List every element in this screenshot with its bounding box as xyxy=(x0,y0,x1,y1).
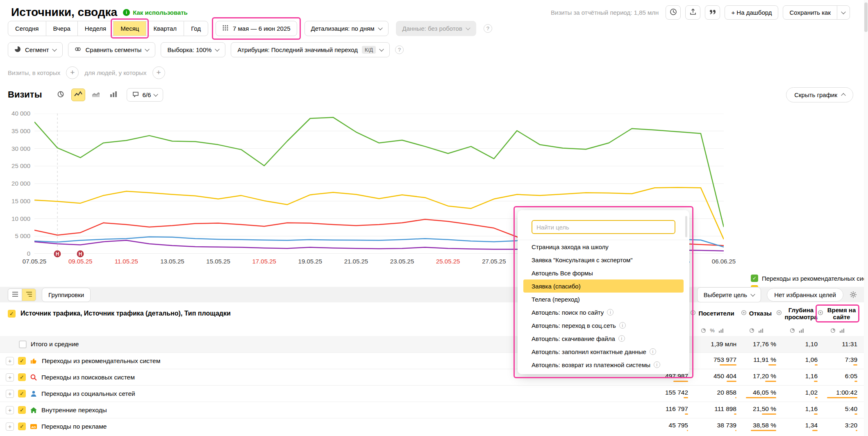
expand-button[interactable]: + xyxy=(6,357,14,365)
row-label[interactable]: Переходы по рекламе xyxy=(41,423,107,430)
metric-pie-icon[interactable] xyxy=(830,328,836,333)
metrics-selector-button[interactable]: 6/6 xyxy=(127,88,163,102)
data-filter-help-icon[interactable]: ? xyxy=(484,24,492,33)
period-tab-Неделя[interactable]: Неделя xyxy=(77,21,114,36)
scrollbar-thumb[interactable] xyxy=(864,2,868,32)
select-all-checkbox[interactable]: ✓ xyxy=(8,310,16,318)
goal-search-input[interactable] xyxy=(532,220,675,234)
sampling-dropdown[interactable]: Выборка: 100% xyxy=(161,42,225,57)
value-bar xyxy=(751,430,776,431)
line-chart-view-button[interactable] xyxy=(71,89,85,101)
table-row: +✓Переходы из социальных сетей155 74220 … xyxy=(0,385,868,402)
metric-cell: 5:40 xyxy=(818,405,857,415)
totals-row: Итого и средние1,85 млн1,39 млн17,76 %1,… xyxy=(0,336,868,352)
goal-item[interactable]: Заявка (спасибо) xyxy=(523,279,684,293)
add-to-dashboard-button[interactable]: + На дашборд xyxy=(725,5,778,20)
row-label[interactable]: Переходы из рекомендательных систем xyxy=(42,357,160,365)
groupings-button[interactable]: Группировки xyxy=(42,288,91,302)
metric-cell: 753 977 xyxy=(688,356,736,366)
goal-item[interactable]: Автоцель: скачивание файлаi xyxy=(518,332,689,345)
goal-item[interactable]: Автоцель: поиск по сайтуi xyxy=(518,306,689,319)
attribution-dropdown[interactable]: Атрибуция: Последний значимый переход К/… xyxy=(231,42,390,57)
segment-pie-icon xyxy=(14,46,21,54)
tree-view-button[interactable] xyxy=(22,288,36,301)
metric-bars-icon[interactable] xyxy=(839,328,845,333)
period-tab-Сегодня[interactable]: Сегодня xyxy=(8,21,46,36)
row-checkbox[interactable]: ✓ xyxy=(18,390,26,397)
compare-label: Сравнить сегменты xyxy=(85,46,141,53)
list-view-button[interactable] xyxy=(8,288,22,301)
date-range-picker[interactable]: 7 мая — 6 июн 2025 xyxy=(216,21,297,36)
metric-cell: 450 404 xyxy=(688,372,736,382)
area-chart-view-button[interactable] xyxy=(89,89,103,101)
period-tab-Месяц[interactable]: Месяц xyxy=(113,21,146,36)
row-checkbox[interactable]: ✓ xyxy=(18,422,26,430)
goal-item[interactable]: Заявка "Консультация с экспертом" xyxy=(518,253,689,266)
legend-checkbox[interactable]: ✓ xyxy=(751,275,758,282)
row-label[interactable]: Переходы из социальных сетей xyxy=(41,390,135,397)
expand-button[interactable]: + xyxy=(6,390,14,398)
columns-view-button[interactable] xyxy=(107,89,120,101)
value-bar xyxy=(673,381,688,382)
compare-segments-button[interactable]: Сравнить сегменты xyxy=(68,42,155,57)
history-button[interactable] xyxy=(666,5,681,20)
metric-cell: 1,02 xyxy=(776,389,818,399)
comments-button[interactable] xyxy=(705,5,720,20)
save-as-button[interactable]: Сохранить как xyxy=(783,5,850,20)
expand-button[interactable]: + xyxy=(6,406,14,414)
save-as-menu-toggle[interactable] xyxy=(837,6,850,19)
metric-percent-icon[interactable]: % xyxy=(710,327,715,334)
column-header-bounce[interactable]: Отказы xyxy=(736,310,776,317)
row-checkbox[interactable] xyxy=(19,341,27,348)
column-header-depth[interactable]: Глубина просмотра xyxy=(776,307,818,321)
period-tab-Год[interactable]: Год xyxy=(184,21,208,36)
legend-item[interactable]: ✓Переходы из рекомендательных систем xyxy=(751,273,868,284)
add-visit-filter-button[interactable]: + xyxy=(66,66,79,79)
totals-label: Итого и средние xyxy=(31,341,79,348)
value-bar xyxy=(854,381,857,382)
goal-item[interactable]: Телега (переход) xyxy=(518,293,689,306)
metric-pie-icon[interactable] xyxy=(790,328,795,333)
goal-item[interactable]: Автоцель: заполнил контактные данныеi xyxy=(518,345,689,358)
metric-pie-icon[interactable] xyxy=(749,328,754,333)
row-label-cell: +✓ADПереходы по рекламе xyxy=(0,422,627,431)
settings-gear-icon[interactable] xyxy=(849,291,857,299)
goal-item[interactable]: Автоцель: переход в соц.сетьi xyxy=(518,319,689,332)
add-people-filter-button[interactable]: + xyxy=(152,66,165,79)
row-label[interactable]: Переходы из поисковых систем xyxy=(41,374,135,381)
row-checkbox[interactable]: ✓ xyxy=(18,357,26,365)
row-label[interactable]: Внутренние переходы xyxy=(41,406,107,414)
no-favorite-goals-button[interactable]: Нет избранных целей xyxy=(767,288,843,302)
expand-button[interactable]: + xyxy=(6,422,14,431)
goal-item[interactable]: Автоцель Все формы xyxy=(518,266,689,279)
column-header-time[interactable]: Время на сайте xyxy=(818,307,857,321)
value-bar xyxy=(685,413,688,415)
export-button[interactable] xyxy=(685,5,700,20)
popup-scrollbar-thumb[interactable] xyxy=(685,216,687,237)
how-to-use-link[interactable]: i Как использовать xyxy=(123,9,188,16)
pie-chart-view-button[interactable] xyxy=(54,89,68,101)
choose-goal-dropdown[interactable]: Выберите цель xyxy=(697,287,761,302)
goal-item[interactable]: Страница захода на школу xyxy=(518,240,689,253)
row-checkbox[interactable]: ✓ xyxy=(18,373,26,381)
segment-button[interactable]: Сегмент xyxy=(8,42,63,57)
data-filter-dropdown[interactable]: Данные: без роботов xyxy=(396,21,476,36)
goal-item[interactable]: Автоцель: возврат из платежной системыi xyxy=(518,358,689,371)
metric-pie-icon[interactable] xyxy=(701,328,706,333)
expand-button[interactable]: + xyxy=(6,373,14,382)
column-header-visitors[interactable]: Посетители xyxy=(688,310,736,317)
goal-item-label: Автоцель: скачивание файла xyxy=(532,335,615,342)
metric-bars-icon[interactable] xyxy=(718,328,724,333)
metric-bars-icon[interactable] xyxy=(799,328,804,333)
how-to-use-label: Как использовать xyxy=(133,9,188,16)
metric-bars-icon[interactable] xyxy=(758,328,763,333)
page-scrollbar[interactable] xyxy=(864,0,868,436)
hide-chart-button[interactable]: Скрыть график xyxy=(786,87,853,102)
row-checkbox[interactable]: ✓ xyxy=(18,406,26,414)
period-tab-Квартал[interactable]: Квартал xyxy=(146,21,184,36)
granularity-dropdown[interactable]: Детализация: по дням xyxy=(304,21,389,36)
table-row: +✓Внутренние переходы116 797111 89821,50… xyxy=(0,402,868,418)
attribution-label: Атрибуция: Последний значимый переход xyxy=(237,46,358,53)
period-tab-Вчера[interactable]: Вчера xyxy=(46,21,78,36)
attribution-help-icon[interactable]: ? xyxy=(395,45,404,54)
